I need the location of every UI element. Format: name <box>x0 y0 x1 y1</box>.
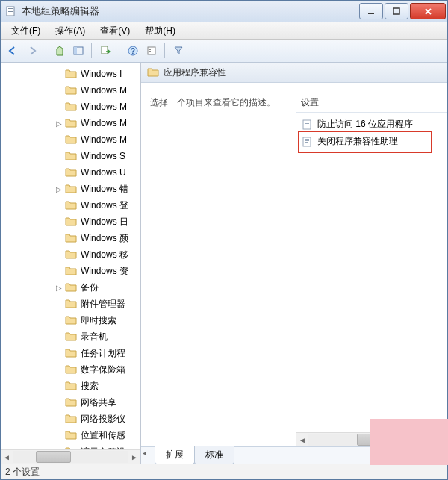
folder-icon <box>65 266 77 276</box>
svg-rect-4 <box>368 13 374 14</box>
setting-item[interactable]: 关闭程序兼容性助理 <box>296 133 447 150</box>
tree-item[interactable]: Windows M <box>1 99 140 115</box>
tree-item[interactable]: Windows 日 <box>1 213 140 230</box>
toolbar-separator <box>164 43 165 58</box>
tree-item[interactable]: 即时搜索 <box>1 312 140 328</box>
tree-item[interactable]: 搜索 <box>1 378 140 394</box>
minimize-button[interactable] <box>359 3 383 19</box>
policy-icon <box>301 136 313 148</box>
content-hscrollbar[interactable]: ◄ ► <box>296 432 447 446</box>
setting-item[interactable]: 防止访问 16 位应用程序 <box>296 116 447 133</box>
toolbar-separator <box>46 43 46 58</box>
folder-icon <box>65 299 77 309</box>
tree-item[interactable]: Windows M <box>1 82 140 99</box>
toolbar-separator <box>119 43 119 58</box>
tree-item-label: Windows M <box>80 102 127 112</box>
tree-item-label: Windows I <box>80 69 122 79</box>
tree-item[interactable]: 录音机 <box>1 328 140 345</box>
tab-extended[interactable]: 扩展 <box>155 446 195 464</box>
expand-icon[interactable]: ▷ <box>55 284 63 292</box>
tree-item[interactable]: 任务计划程 <box>1 345 140 361</box>
svg-rect-16 <box>305 123 309 124</box>
tab-standard[interactable]: 标准 <box>194 446 234 464</box>
up-button[interactable] <box>51 42 69 60</box>
tree-item[interactable]: 网络共享 <box>1 394 140 411</box>
folder-icon <box>65 167 77 178</box>
policy-icon <box>301 119 313 131</box>
scroll-right-icon[interactable]: ► <box>128 451 140 463</box>
folder-icon <box>65 69 77 79</box>
tree-item[interactable]: 位置和传感 <box>1 427 140 443</box>
svg-rect-20 <box>305 140 309 141</box>
menu-file[interactable]: 文件(F) <box>4 23 48 39</box>
svg-rect-2 <box>8 10 13 10</box>
menubar: 文件(F) 操作(A) 查看(V) 帮助(H) <box>1 22 447 40</box>
tree-item[interactable]: Windows 颜 <box>1 230 140 246</box>
folder-icon <box>65 249 77 260</box>
scroll-left-icon[interactable]: ◄ <box>1 451 13 463</box>
svg-rect-5 <box>393 8 399 14</box>
folder-icon <box>65 216 77 227</box>
folder-icon <box>65 282 77 293</box>
tree-item-label: Windows 资 <box>80 265 128 278</box>
expand-icon[interactable]: ▷ <box>55 185 63 193</box>
tree-item-label: 网络投影仪 <box>80 413 125 426</box>
folder-icon <box>65 446 77 449</box>
tree-item[interactable]: Windows S <box>1 148 140 164</box>
show-hide-tree-button[interactable] <box>70 42 87 60</box>
scroll-thumb[interactable] <box>36 451 71 463</box>
tree-item[interactable]: Windows I <box>1 66 140 82</box>
tree-item[interactable]: ▷Windows M <box>1 115 140 131</box>
tree-hscrollbar[interactable]: ◄ ► <box>1 449 140 464</box>
folder-icon <box>65 381 77 391</box>
tree-item-label: 搜索 <box>80 380 99 393</box>
properties-button[interactable] <box>143 42 160 60</box>
tree-item[interactable]: ▷备份 <box>1 279 140 296</box>
folder-icon <box>65 134 77 145</box>
tree-item[interactable]: ▷Windows 错 <box>1 181 140 197</box>
content-header: 应用程序兼容性 <box>141 63 447 83</box>
tree-item-label: Windows 登 <box>80 199 128 212</box>
tree-item[interactable]: Windows 登 <box>1 197 140 213</box>
maximize-button[interactable] <box>385 3 408 19</box>
tree-item[interactable]: 数字保险箱 <box>1 361 140 378</box>
settings-header[interactable]: 设置 <box>296 83 447 113</box>
toolbar: ? <box>1 40 447 63</box>
folder-icon <box>65 102 77 112</box>
forward-button[interactable] <box>23 42 41 60</box>
tree-item[interactable]: Windows 资 <box>1 263 140 279</box>
close-button[interactable] <box>410 3 446 19</box>
tree-item[interactable]: Windows 移 <box>1 246 140 263</box>
menu-help[interactable]: 帮助(H) <box>137 23 183 39</box>
tree-item-label: 任务计划程 <box>80 347 125 360</box>
tree-item[interactable]: 演示文稿设 <box>1 443 140 449</box>
menu-action[interactable]: 操作(A) <box>48 23 93 39</box>
svg-rect-15 <box>305 122 309 122</box>
menu-view[interactable]: 查看(V) <box>93 23 137 39</box>
svg-rect-17 <box>305 125 308 125</box>
folder-icon <box>65 397 77 408</box>
content-main: 选择一个项目来查看它的描述。 设置 防止访问 16 位应用程序关闭程序兼容性助理… <box>141 83 447 446</box>
filter-button[interactable] <box>169 42 187 60</box>
tree-item-label: 演示文稿设 <box>80 446 125 450</box>
tree-item-label: 网络共享 <box>80 396 116 409</box>
folder-icon <box>65 315 77 325</box>
export-list-button[interactable] <box>96 42 114 60</box>
tree-item[interactable]: 附件管理器 <box>1 296 140 312</box>
tree-item[interactable]: 网络投影仪 <box>1 411 140 427</box>
scroll-right-icon[interactable]: ► <box>435 434 447 446</box>
tree-item-label: Windows U <box>80 167 126 178</box>
tree[interactable]: Windows IWindows MWindows M▷Windows MWin… <box>1 63 140 449</box>
folder-icon <box>65 200 77 211</box>
scroll-thumb[interactable] <box>357 434 375 446</box>
scroll-left-icon[interactable]: ◄ <box>296 434 308 446</box>
tab-lead-icon: ◂ <box>143 449 146 457</box>
description-column: 选择一个项目来查看它的描述。 <box>141 83 296 446</box>
tree-item-label: Windows M <box>80 134 127 145</box>
tree-item[interactable]: Windows U <box>1 164 140 181</box>
expand-icon[interactable]: ▷ <box>55 119 63 128</box>
help-button[interactable]: ? <box>124 42 142 60</box>
back-button[interactable] <box>4 42 22 60</box>
svg-rect-21 <box>305 142 308 143</box>
tree-item[interactable]: Windows M <box>1 131 140 148</box>
